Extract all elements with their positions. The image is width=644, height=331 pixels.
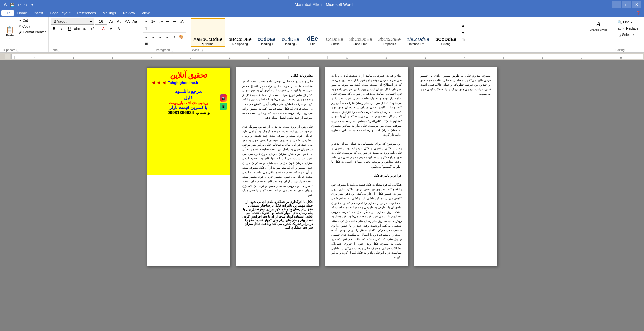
menu-mailings[interactable]: Mailings (99, 10, 119, 16)
style-no-spacing-label: No Spacing (232, 42, 248, 46)
font-misc-button[interactable]: Aa (131, 18, 138, 25)
italic-button[interactable]: I (58, 25, 65, 32)
menu-view[interactable]: View (138, 10, 153, 16)
whatsapp-icon: 📱 (220, 103, 227, 110)
find-label: Find (623, 20, 629, 24)
format-painter-button[interactable]: 🖌 Format Painter (18, 30, 47, 35)
ruler-mark: 7 (562, 56, 601, 59)
style-intense-em-label: Intense Em... (409, 42, 427, 46)
ruler-mark: 6 (523, 56, 562, 59)
window-title: Masrubat-Alkoli - Microsoft Word (35, 2, 612, 7)
change-styles-button[interactable]: 𝐴 Change Styles (587, 18, 610, 33)
ruler-corner[interactable]: ◺ (5, 54, 10, 59)
font-size-decrease-button[interactable]: A↓ (116, 18, 123, 25)
ad-price: با کمترین قیمت بازار (170, 105, 208, 110)
style-intense-em[interactable]: 1bCcDdEe Intense Em... (404, 18, 432, 47)
styles-expand-icon[interactable]: ⬚ (200, 48, 203, 52)
customize-qa-button[interactable]: ▾ (29, 2, 35, 8)
menu-review[interactable]: Review (119, 10, 138, 16)
minimize-button[interactable]: ─ (612, 1, 621, 8)
clear-formatting-button[interactable]: ✕A (124, 18, 130, 25)
style-heading2[interactable]: cCdDEe Heading 2 (279, 18, 302, 47)
show-hide-button[interactable]: ¶ (143, 25, 150, 32)
menu-home[interactable]: Home (14, 10, 30, 16)
select-arrow: ▾ (633, 34, 634, 36)
style-subtitle[interactable]: CcDdEe Subtitle (323, 18, 346, 47)
text-highlight-button[interactable]: A (100, 25, 107, 32)
menu-references[interactable]: References (74, 10, 99, 16)
title-bar-left: W 💾 ↩ ↪ ▾ (3, 2, 35, 8)
cut-button[interactable]: ✂ Cut (18, 18, 47, 23)
align-center-button[interactable]: ≡ (150, 33, 157, 40)
style-subtle-emp[interactable]: 3bCcDdEe Subtle Emp... (347, 18, 375, 47)
underline-button[interactable]: U (66, 25, 73, 32)
styles-more[interactable]: ⊞ (460, 37, 466, 43)
style-strong[interactable]: bCcDdEe Strong (433, 18, 459, 47)
font-format-row: B I U abc x₂ x² A A A (51, 25, 138, 32)
justify-button[interactable]: ≡ (164, 33, 171, 40)
style-heading1[interactable]: cCdDEe Heading 1 (255, 18, 278, 47)
format-painter-label: Format Painter (23, 30, 46, 34)
bullets-button[interactable]: ≡ (143, 18, 150, 25)
word-icon[interactable]: W (3, 2, 9, 8)
find-button[interactable]: 🔍 Find ▾ (615, 19, 641, 25)
ruler-marks: 7 6 5 4 3 2 1 1 2 3 4 5 6 7 8 (12, 54, 643, 59)
line-spacing-button[interactable]: ↕ (171, 33, 178, 40)
text-effect-button[interactable]: A (115, 25, 122, 32)
paste-button[interactable]: 📋 Paste ▾ (3, 18, 17, 47)
menu-insert[interactable]: Insert (30, 10, 47, 16)
page2-title2: فکل با اثرگذاری بر عملکرد مادی ای می شود… (242, 200, 313, 229)
select-button[interactable]: ⬚ Select ▾ (615, 32, 641, 38)
increase-indent-button[interactable]: ⇥ (171, 18, 178, 25)
maximize-button[interactable]: □ (622, 1, 631, 8)
style-subtitle-label: Subtitle (330, 42, 340, 46)
align-right-button[interactable]: ≡ (157, 33, 164, 40)
menu-file[interactable]: File (1, 10, 14, 16)
styles-scroll-down[interactable]: ▼ (460, 29, 466, 36)
style-subtle-emp-preview: 3bCcDdEe (349, 37, 372, 42)
paragraph-expand-icon[interactable]: ⬚ (171, 48, 174, 52)
bold-button[interactable]: B (51, 25, 57, 32)
undo-button[interactable]: ↩ (16, 2, 22, 8)
editing-group: 🔍 Find ▾ ab→ Replace ⬚ Select ▾ Editing (613, 17, 643, 52)
close-button[interactable]: ✕ (632, 1, 641, 8)
decrease-indent-button[interactable]: ⇤ (164, 18, 171, 25)
horizontal-ruler: 7 6 5 4 3 2 1 1 2 3 4 5 6 7 8 (11, 54, 643, 59)
font-size-input[interactable] (95, 18, 107, 25)
subscript-button[interactable]: x₂ (81, 25, 88, 32)
change-styles-icon: 𝐴 (596, 20, 601, 28)
font-name-select[interactable]: B Yagut (51, 18, 94, 25)
style-normal-label: ¶ Normal (202, 42, 214, 46)
shading-button[interactable]: 🎨 (178, 33, 185, 40)
help-button[interactable]: ❓ (635, 10, 641, 16)
align-left-button[interactable]: ≡ (143, 33, 150, 40)
replace-button[interactable]: ab→ Replace (615, 26, 641, 31)
style-title[interactable]: dEe Title (303, 18, 323, 47)
borders-button[interactable]: ⊞ (143, 40, 150, 47)
ruler-mark: 3 (171, 56, 210, 59)
style-normal[interactable]: AaBbCcDdEe ¶ Normal (191, 18, 225, 47)
format-painter-icon: 🖌 (19, 30, 22, 34)
superscript-button[interactable]: x² (89, 25, 96, 32)
font-expand-icon[interactable]: ⬚ (57, 48, 60, 52)
pages-row: تحقیق آنلاین ◄◄◄ Tahghighonline.ir 📷 📱 م… (0, 60, 644, 273)
redo-button[interactable]: ↪ (23, 2, 29, 8)
save-button[interactable]: 💾 (9, 2, 15, 8)
styles-scroll-up[interactable]: ▲ (460, 22, 466, 29)
paragraph-buttons: ≡ 1≡ ⋮≡ ⇤ ⇥ ↕A ¶ ≡ ≡ ≡ ≡ ↕ 🎨 ⊞ (143, 18, 186, 47)
clipboard-expand-icon[interactable]: ⬚ (16, 48, 19, 52)
numbering-button[interactable]: 1≡ (150, 18, 157, 25)
style-emphasis[interactable]: 3bCcDdEe Emphasis (375, 18, 403, 47)
document-area[interactable]: تحقیق آنلاین ◄◄◄ Tahghighonline.ir 📷 📱 م… (0, 60, 644, 331)
multilevel-button[interactable]: ⋮≡ (157, 18, 164, 25)
style-no-spacing[interactable]: bBcCdDEe No Spacing (226, 18, 254, 47)
strikethrough-button[interactable]: abc (74, 25, 80, 32)
find-icon: 🔍 (618, 20, 622, 24)
copy-button[interactable]: ⧉ Copy (18, 24, 47, 29)
change-styles-label: Change Styles (590, 28, 607, 31)
menu-page-layout[interactable]: Page Layout (47, 10, 74, 16)
sort-button[interactable]: ↕A (178, 18, 185, 25)
font-size-increase-button[interactable]: A↑ (108, 18, 115, 25)
font-color-button[interactable]: A (108, 25, 114, 32)
ad-formats: ورد-پی دی اف - پاورپوینت (169, 101, 208, 105)
